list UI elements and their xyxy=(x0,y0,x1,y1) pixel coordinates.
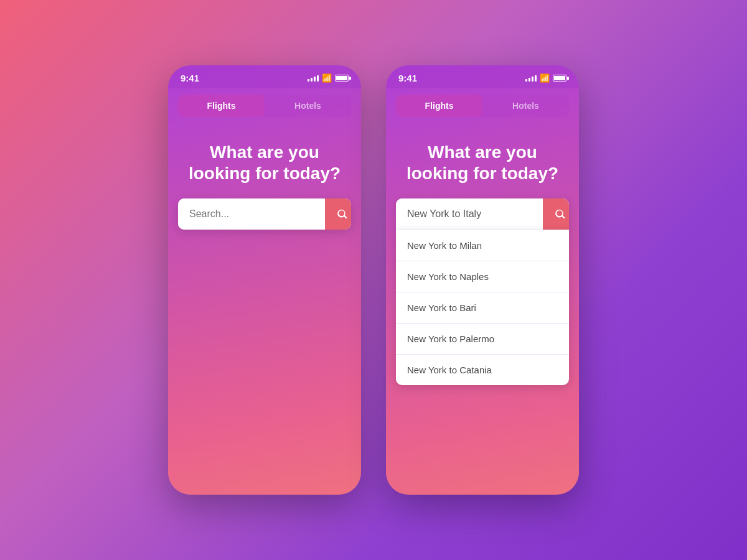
search-container-2 xyxy=(396,198,569,230)
battery-icon-1 xyxy=(335,75,349,82)
tab-hotels-1[interactable]: Hotels xyxy=(265,95,351,117)
search-input-2[interactable] xyxy=(396,198,543,230)
tab-flights-1[interactable]: Flights xyxy=(178,95,265,117)
signal-icon-2 xyxy=(525,75,537,82)
suggestion-milan[interactable]: New York to Milan xyxy=(396,230,569,261)
headline-1: What are you looking for today? xyxy=(168,123,361,198)
status-icons-2: 📶 xyxy=(525,73,566,83)
tab-bar-1: Flights Hotels xyxy=(178,95,351,117)
battery-icon-2 xyxy=(553,75,566,82)
suggestion-naples[interactable]: New York to Naples xyxy=(396,261,569,292)
tab-bar-2: Flights Hotels xyxy=(396,95,569,117)
wifi-icon-2: 📶 xyxy=(540,73,550,83)
wifi-icon-1: 📶 xyxy=(322,73,332,83)
headline-2: What are you looking for today? xyxy=(386,123,579,198)
suggestion-bari[interactable]: New York to Bari xyxy=(396,292,569,323)
suggestion-catania[interactable]: New York to Catania xyxy=(396,354,569,385)
status-bar-2: 9:41 📶 xyxy=(386,65,579,88)
status-time-1: 9:41 xyxy=(181,73,199,83)
search-input-1[interactable] xyxy=(178,198,325,230)
search-button-1[interactable] xyxy=(325,198,351,230)
signal-icon-1 xyxy=(308,75,319,82)
search-icon-1 xyxy=(336,208,349,220)
search-container-1 xyxy=(178,198,351,230)
tab-flights-2[interactable]: Flights xyxy=(396,95,482,117)
status-bar-1: 9:41 📶 xyxy=(168,65,361,88)
suggestion-palermo[interactable]: New York to Palermo xyxy=(396,323,569,354)
tab-hotels-2[interactable]: Hotels xyxy=(482,95,569,117)
search-dropdown: New York to Milan New York to Naples New… xyxy=(396,230,569,385)
phone-2: 9:41 📶 Flights Hotels What are you looki… xyxy=(386,65,579,495)
status-icons-1: 📶 xyxy=(308,73,349,83)
search-button-2[interactable] xyxy=(543,198,569,230)
search-icon-2 xyxy=(554,208,566,220)
status-time-2: 9:41 xyxy=(398,73,417,83)
phone-1: 9:41 📶 Flights Hotels What are you looki… xyxy=(168,65,361,495)
